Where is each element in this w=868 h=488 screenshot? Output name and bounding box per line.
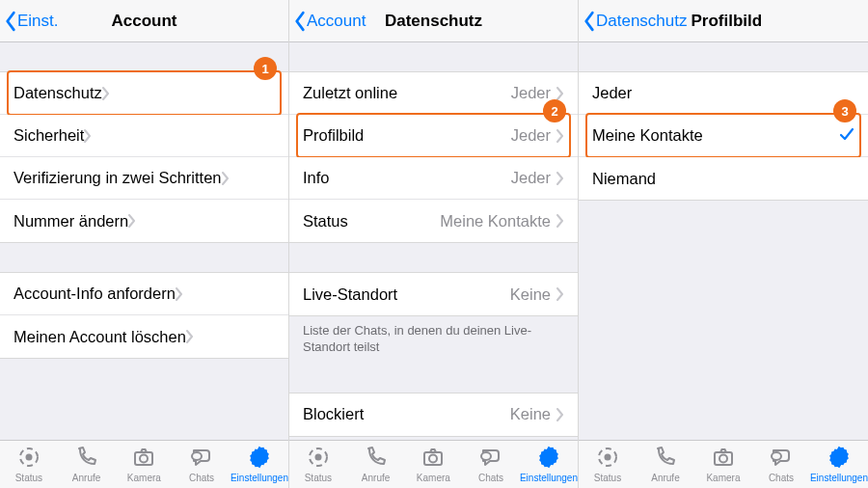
content: Zuletzt onlineJederProfilbildJeder2InfoJ…: [289, 42, 578, 440]
svg-point-13: [604, 454, 610, 461]
tab-camera[interactable]: Kamera: [404, 446, 462, 483]
chevron-left-icon: [293, 11, 307, 32]
tab-calls[interactable]: Anrufe: [637, 446, 694, 483]
tab-label: Chats: [189, 473, 214, 483]
settings-row[interactable]: StatusMeine Kontakte: [289, 200, 578, 242]
tab-status[interactable]: Status: [579, 446, 637, 483]
tab-label: Kamera: [706, 473, 740, 483]
svg-point-1: [25, 454, 32, 461]
chevron-right-icon: [556, 87, 564, 100]
tab-status[interactable]: Status: [0, 446, 58, 483]
chevron-right-icon: [556, 287, 564, 301]
tab-calls[interactable]: Anrufe: [58, 446, 116, 483]
tab-chats[interactable]: Chats: [752, 446, 810, 483]
camera-icon: [712, 446, 735, 471]
chevron-right-icon: [556, 172, 564, 185]
chats-icon: [770, 446, 793, 471]
tab-label: Einstellungen: [520, 473, 578, 483]
settings-group: Account-Info anfordernMeinen Account lös…: [0, 272, 288, 359]
content: Datenschutz1SicherheitVerifizierung in z…: [0, 42, 288, 440]
tab-status[interactable]: Status: [289, 446, 347, 483]
chevron-right-icon: [102, 87, 110, 100]
chats-icon: [190, 446, 213, 471]
row-label: Status: [303, 212, 348, 230]
back-label: Einst.: [17, 12, 59, 31]
chevron-left-icon: [4, 11, 17, 32]
settings-row[interactable]: Verifizierung in zwei Schritten: [0, 157, 288, 200]
back-button[interactable]: Datenschutz: [579, 11, 688, 32]
content: JederMeine Kontakte3Niemand: [579, 42, 868, 440]
settings-row[interactable]: BlockiertKeine: [289, 393, 578, 436]
tab-bar: StatusAnrufeKameraChatsEinstellungen: [0, 440, 288, 488]
row-value: Keine: [510, 285, 556, 304]
row-value: Jeder: [511, 126, 556, 145]
settings-row[interactable]: Niemand: [579, 157, 868, 200]
settings-row[interactable]: Account-Info anfordern: [0, 273, 288, 315]
svg-point-15: [719, 455, 727, 463]
row-label: Profilbild: [303, 126, 364, 145]
settings-row[interactable]: Live-StandortKeine: [289, 273, 578, 315]
svg-point-9: [429, 455, 437, 463]
settings-row[interactable]: Jeder: [579, 72, 868, 115]
row-label: Niemand: [592, 170, 656, 188]
tab-label: Kamera: [127, 473, 161, 483]
chevron-right-icon: [556, 408, 564, 421]
tab-settings[interactable]: Einstellungen: [520, 446, 578, 483]
row-label: Nummer ändern: [14, 212, 128, 230]
settings-icon: [537, 446, 560, 471]
settings-row[interactable]: Meinen Account löschen: [0, 315, 288, 358]
tab-chats[interactable]: Chats: [173, 446, 231, 483]
panel-0: Einst.AccountDatenschutz1SicherheitVerif…: [0, 0, 289, 488]
settings-row[interactable]: Meine Kontakte3: [579, 115, 868, 157]
row-label: Sicherheit: [14, 126, 84, 145]
back-button[interactable]: Einst.: [0, 11, 59, 32]
settings-row[interactable]: Zuletzt onlineJeder: [289, 72, 578, 115]
chats-icon: [479, 446, 502, 471]
row-label: Live-Standort: [303, 285, 397, 304]
camera-icon: [132, 446, 155, 471]
tab-chats[interactable]: Chats: [462, 446, 520, 483]
chevron-right-icon: [556, 214, 564, 228]
panel-2: DatenschutzProfilbildJederMeine Kontakte…: [579, 0, 868, 488]
chevron-right-icon: [84, 129, 92, 143]
settings-group: BlockiertKeine: [289, 393, 578, 437]
tab-label: Chats: [478, 473, 503, 483]
tab-label: Einstellungen: [231, 473, 288, 483]
tab-settings[interactable]: Einstellungen: [231, 446, 288, 483]
status-icon: [596, 446, 619, 471]
tab-calls[interactable]: Anrufe: [347, 446, 405, 483]
tab-label: Status: [305, 473, 332, 483]
svg-point-16: [772, 452, 781, 460]
tab-bar: StatusAnrufeKameraChatsEinstellungen: [579, 440, 868, 488]
calls-icon: [654, 446, 677, 471]
settings-row[interactable]: Sicherheit: [0, 115, 288, 157]
settings-icon: [827, 446, 851, 471]
tab-label: Anrufe: [651, 473, 679, 483]
status-icon: [307, 446, 330, 471]
row-label: Verifizierung in zwei Schritten: [14, 169, 222, 187]
tab-settings[interactable]: Einstellungen: [810, 446, 868, 483]
calls-icon: [75, 446, 98, 471]
row-label: Account-Info anfordern: [14, 285, 176, 303]
settings-row[interactable]: InfoJeder: [289, 157, 578, 200]
group-footer: Liste der Chats, in denen du deinen Live…: [289, 316, 578, 364]
tab-label: Anrufe: [72, 473, 100, 483]
tab-camera[interactable]: Kamera: [115, 446, 173, 483]
row-label: Jeder: [592, 84, 632, 102]
tab-camera[interactable]: Kamera: [694, 446, 752, 483]
settings-row[interactable]: Nummer ändern: [0, 200, 288, 242]
row-label: Datenschutz: [14, 84, 102, 102]
chevron-right-icon: [128, 214, 136, 228]
row-value: Keine: [510, 405, 556, 423]
back-button[interactable]: Account: [289, 11, 366, 32]
calls-icon: [365, 446, 388, 471]
settings-row[interactable]: Datenschutz1: [0, 72, 288, 115]
tab-label: Chats: [769, 473, 794, 483]
back-label: Account: [307, 12, 366, 31]
row-label: Blockiert: [303, 405, 364, 423]
step-badge: 2: [543, 99, 566, 122]
settings-row[interactable]: ProfilbildJeder2: [289, 115, 578, 157]
page-title: Profilbild: [688, 12, 763, 31]
tab-bar: StatusAnrufeKameraChatsEinstellungen: [289, 440, 578, 488]
panel-1: AccountDatenschutzZuletzt onlineJederPro…: [289, 0, 579, 488]
